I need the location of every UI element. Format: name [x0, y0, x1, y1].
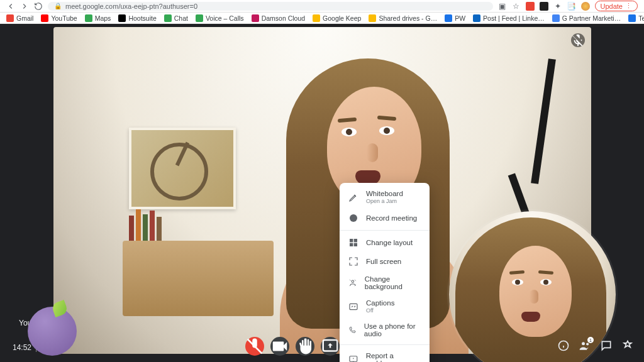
meet-stage: WhiteboardOpen a Jam Record meeting Chan… — [0, 24, 644, 362]
bookmark-item[interactable]: Gmail — [6, 14, 33, 22]
cast-icon[interactable]: ▣ — [498, 2, 507, 11]
svg-point-15 — [582, 342, 585, 345]
participant-count: 1 — [587, 337, 594, 343]
forward-icon[interactable] — [20, 2, 29, 11]
reload-icon[interactable] — [34, 2, 43, 11]
menu-record[interactable]: Record meeting — [340, 209, 430, 228]
bookmark-item[interactable]: Google Keep — [313, 14, 361, 22]
overlay-avatar-circle — [28, 307, 77, 356]
bookmark-item[interactable]: Hootsuite — [118, 14, 156, 22]
chat-button[interactable] — [600, 339, 613, 352]
extensions-icon[interactable]: ✦ — [553, 2, 562, 11]
svg-rect-3 — [354, 243, 357, 246]
svg-rect-2 — [350, 243, 353, 246]
muted-icon — [571, 33, 585, 47]
people-button[interactable]: 1 — [579, 339, 591, 352]
menu-whiteboard[interactable]: WhiteboardOpen a Jam — [340, 185, 430, 209]
menu-report-problem[interactable]: Report a problem — [340, 348, 430, 362]
fullscreen-icon — [348, 256, 358, 266]
svg-point-4 — [352, 280, 353, 282]
bookmark-item[interactable]: Chat — [164, 14, 188, 22]
menu-captions[interactable]: CaptionsOff — [340, 295, 430, 318]
more-options-menu: WhiteboardOpen a Jam Record meeting Chan… — [340, 183, 430, 362]
bookmark-item[interactable]: Damson Cloud — [252, 14, 305, 22]
url-text: meet.google.com/uxa-eejp-ptn?authuser=0 — [65, 3, 197, 10]
reading-list-icon[interactable]: 📑 — [567, 2, 576, 11]
phone-icon — [348, 325, 357, 335]
captions-icon — [348, 302, 358, 312]
extension-icon[interactable] — [526, 2, 535, 11]
bookmark-item[interactable]: Team Meeting — [628, 14, 644, 22]
update-button[interactable]: Update⋮ — [595, 1, 638, 11]
menu-fullscreen[interactable]: Full screen — [340, 252, 430, 271]
svg-rect-5 — [350, 304, 357, 309]
bookmark-item[interactable]: Shared drives - G… — [369, 14, 437, 22]
address-bar[interactable]: 🔒 meet.google.com/uxa-eejp-ptn?authuser=… — [48, 2, 493, 11]
browser-toolbar: 🔒 meet.google.com/uxa-eejp-ptn?authuser=… — [0, 0, 644, 13]
background-icon — [348, 278, 357, 288]
activities-button[interactable] — [621, 339, 634, 352]
extension-icon[interactable] — [540, 2, 548, 11]
bookmark-item[interactable]: PW — [445, 14, 465, 22]
raise-hand-button[interactable] — [296, 337, 314, 356]
bookmark-item[interactable]: Post | Feed | Linke… — [473, 14, 545, 22]
svg-rect-0 — [350, 239, 353, 242]
menu-change-background[interactable]: Change background — [340, 271, 430, 295]
layout-icon — [348, 238, 358, 248]
present-button[interactable] — [321, 337, 340, 356]
info-button[interactable] — [557, 339, 570, 352]
avatar[interactable] — [581, 2, 590, 11]
svg-point-16 — [586, 343, 589, 345]
back-icon[interactable] — [6, 2, 15, 11]
record-icon — [348, 213, 358, 223]
feedback-icon — [348, 354, 358, 362]
bookmark-item[interactable]: Maps — [85, 14, 111, 22]
bookmark-item[interactable]: G Partner Marketi… — [552, 14, 621, 22]
bookmark-item[interactable]: YouTube — [41, 14, 77, 22]
camera-button[interactable] — [270, 337, 289, 356]
bookmark-item[interactable]: Voice – Calls — [196, 14, 244, 22]
bookmark-bar: Gmail YouTube Maps Hootsuite Chat Voice … — [0, 13, 644, 24]
bottom-bar: 14:52|p 1 — [0, 329, 644, 362]
star-icon[interactable]: ☆ — [512, 2, 521, 11]
menu-change-layout[interactable]: Change layout — [340, 233, 430, 252]
menu-phone-audio[interactable]: Use a phone for audio — [340, 318, 430, 342]
mic-button[interactable] — [245, 337, 264, 356]
pencil-icon — [348, 192, 358, 202]
svg-rect-1 — [354, 239, 357, 242]
lock-icon: 🔒 — [54, 3, 62, 9]
